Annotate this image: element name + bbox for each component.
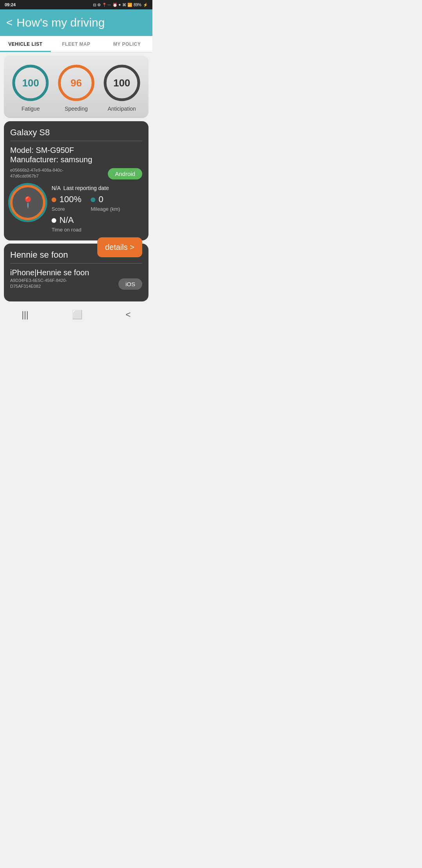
tab-fleet-map[interactable]: FLEET MAP xyxy=(51,36,102,52)
device-model-hennie: iPhone|Hennie se foon xyxy=(10,267,142,278)
speeding-label: Speeding xyxy=(64,106,88,112)
status-icons: ⊟ ⚙ 📍 ··· ⏰ ✦ ⌘ 📶 89% ⚡ xyxy=(93,3,148,7)
charging-icon: ⚡ xyxy=(143,3,148,7)
device-uuid-row-hennie: A9D34FE3-6E5C-456F-8420-D75AF314E082 iOS xyxy=(10,278,142,290)
time-label: Time on road xyxy=(52,227,142,233)
home-nav-icon[interactable]: ⬜ xyxy=(72,310,82,320)
device-card-galaxy-s8: Galaxy S8 Model: SM-G950F Manufacturer: … xyxy=(4,121,148,240)
platform-badge-android: Android xyxy=(108,168,142,179)
tab-my-policy[interactable]: MY POLICY xyxy=(102,36,152,52)
stats-details: N/A Last reporting date 100% Score 0 xyxy=(52,185,142,233)
score-anticipation: 100 Anticipation xyxy=(102,63,141,112)
mileage-label: Mileage (km) xyxy=(91,206,120,212)
speeding-circle: 96 xyxy=(57,63,96,102)
anticipation-value: 100 xyxy=(113,77,130,89)
fatigue-value: 100 xyxy=(22,77,39,89)
score-label: Score xyxy=(52,206,81,212)
mileage-stat: 0 Mileage (km) xyxy=(91,194,120,212)
anticipation-label: Anticipation xyxy=(107,106,136,112)
map-icon: 📍 xyxy=(21,196,35,209)
header-title: How's my driving xyxy=(16,16,105,29)
score-section: 100 Fatigue 96 Speeding 100 Anticipation xyxy=(4,56,148,118)
device-manufacturer: Manufacturer: samsung xyxy=(10,155,142,164)
menu-nav-icon[interactable]: ||| xyxy=(21,310,28,320)
battery-indicator: 89% xyxy=(134,3,141,7)
last-reporting-label: Last reporting date xyxy=(63,185,109,191)
device-uuid: e05666b2-47e9-408a-840c-47d6cdd967b7 xyxy=(10,167,83,179)
time-on-road-stat: N/A Time on road xyxy=(52,215,142,233)
fatigue-circle: 100 xyxy=(11,63,50,102)
status-time: 09:24 xyxy=(5,2,16,7)
time-value: N/A xyxy=(59,215,74,225)
status-bar: 09:24 ⊟ ⚙ 📍 ··· ⏰ ✦ ⌘ 📶 89% ⚡ xyxy=(0,0,152,9)
anticipation-circle: 100 xyxy=(102,63,141,102)
time-dot xyxy=(52,218,56,223)
tab-bar: VEHICLE LIST FLEET MAP MY POLICY xyxy=(0,36,152,52)
mileage-dot xyxy=(91,197,95,202)
device-uuid-row: e05666b2-47e9-408a-840c-47d6cdd967b7 And… xyxy=(10,167,142,179)
stats-row: 📍 N/A Last reporting date 100% Score xyxy=(10,185,142,233)
score-dot xyxy=(52,197,56,202)
last-reporting-value: N/A xyxy=(52,185,61,191)
score-value: 100% xyxy=(59,194,81,204)
nav-bar: ||| ⬜ < xyxy=(0,305,152,325)
mileage-value: 0 xyxy=(98,194,103,204)
device-model: Model: SM-G950F xyxy=(10,145,142,155)
back-nav-icon[interactable]: < xyxy=(126,310,131,320)
header: < How's my driving xyxy=(0,9,152,36)
fatigue-label: Fatigue xyxy=(21,106,40,112)
notification-icons: ⊟ ⚙ 📍 ··· xyxy=(93,3,111,7)
device-name: Galaxy S8 xyxy=(10,127,142,141)
speeding-value: 96 xyxy=(71,77,82,89)
score-fatigue: 100 Fatigue xyxy=(11,63,50,112)
platform-badge-ios: iOS xyxy=(118,278,142,290)
system-icons: ⏰ ✦ ⌘ 📶 xyxy=(113,3,132,7)
map-icon-container: 📍 xyxy=(10,185,45,220)
last-reporting: N/A Last reporting date xyxy=(52,185,142,191)
details-button[interactable]: details > xyxy=(97,237,142,257)
device-uuid-hennie: A9D34FE3-6E5C-456F-8420-D75AF314E082 xyxy=(10,278,83,290)
back-button[interactable]: < xyxy=(6,16,13,29)
score-speeding: 96 Speeding xyxy=(57,63,96,112)
tab-vehicle-list[interactable]: VEHICLE LIST xyxy=(0,36,51,52)
score-stat: 100% Score xyxy=(52,194,81,212)
